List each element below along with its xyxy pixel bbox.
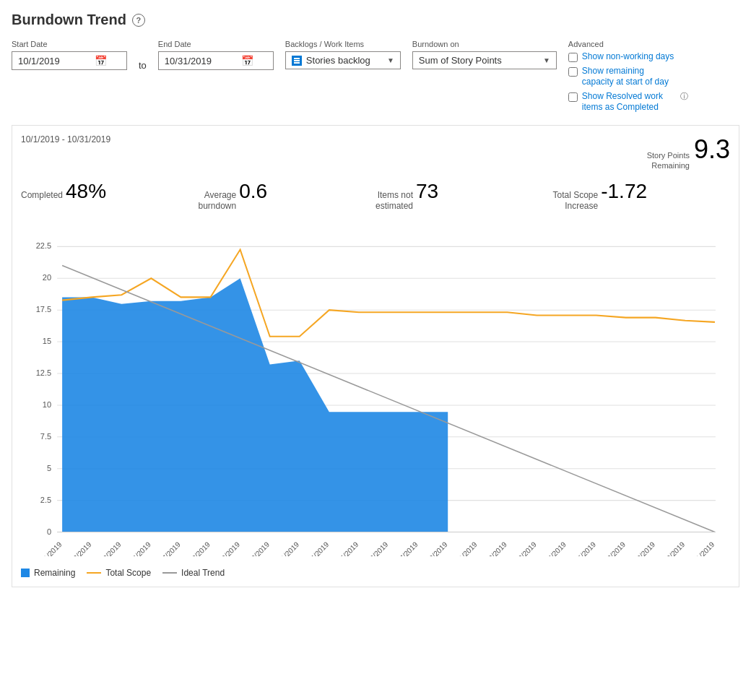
- backlogs-group: Backlogs / Work Items Stories backlog ▼: [285, 40, 401, 69]
- svg-text:10/2/2019: 10/2/2019: [65, 540, 93, 556]
- svg-text:10/21/2019: 10/21/2019: [448, 540, 479, 556]
- burndown-chevron-icon: ▼: [543, 56, 550, 64]
- end-date-input[interactable]: [165, 56, 237, 66]
- svg-text:10/23/2019: 10/23/2019: [507, 540, 538, 556]
- burndown-label: Burndown on: [412, 40, 557, 48]
- story-points-value: 9.3: [694, 134, 730, 165]
- controls-row: Start Date 📅 to End Date 📅 Backlogs / Wo…: [12, 40, 739, 113]
- svg-text:10/11/2019: 10/11/2019: [269, 540, 300, 556]
- burndown-value: Sum of Story Points: [419, 55, 539, 66]
- end-date-label: End Date: [158, 40, 274, 48]
- burndown-group: Burndown on Sum of Story Points ▼: [412, 40, 557, 69]
- metric-scope-increase-label: Total ScopeIncrease: [553, 190, 599, 212]
- svg-text:10/10/2019: 10/10/2019: [240, 540, 271, 556]
- svg-text:10/22/2019: 10/22/2019: [477, 540, 508, 556]
- metric-not-estimated-label: Items notestimated: [376, 190, 413, 212]
- svg-text:10/7/2019: 10/7/2019: [154, 540, 182, 556]
- legend-ideal-trend-label: Ideal Trend: [181, 568, 225, 578]
- metric-burndown-value: 0.6: [239, 180, 267, 203]
- checkbox-resolved-items-label[interactable]: Show Resolved work items as Completed: [582, 91, 676, 113]
- metric-completed-value: 48%: [66, 180, 106, 203]
- svg-text:10/4/2019: 10/4/2019: [124, 540, 152, 556]
- svg-text:10/1/2019: 10/1/2019: [35, 540, 63, 556]
- burndown-dropdown[interactable]: Sum of Story Points ▼: [412, 51, 557, 69]
- svg-text:22.5: 22.5: [36, 241, 51, 250]
- svg-text:10/28/2019: 10/28/2019: [596, 540, 627, 556]
- backlogs-dropdown[interactable]: Stories backlog ▼: [285, 51, 401, 69]
- checkbox-non-working-days: Show non-working days: [568, 51, 688, 63]
- end-date-calendar-icon[interactable]: 📅: [241, 55, 253, 66]
- checkbox-resolved-items: Show Resolved work items as Completed ⓘ: [568, 91, 688, 113]
- legend-ideal-trend: Ideal Trend: [162, 568, 225, 578]
- advanced-label: Advanced: [568, 40, 688, 48]
- start-date-input[interactable]: [18, 56, 90, 66]
- svg-text:10/14/2019: 10/14/2019: [299, 540, 330, 556]
- svg-text:17.5: 17.5: [36, 305, 51, 314]
- story-points-label: Story PointsRemaining: [647, 150, 690, 171]
- svg-text:10/31/2019: 10/31/2019: [685, 540, 716, 556]
- story-points-remaining: Story PointsRemaining 9.3: [647, 134, 730, 171]
- legend-remaining-label: Remaining: [34, 568, 75, 578]
- backlogs-label: Backlogs / Work Items: [285, 40, 401, 48]
- legend-remaining: Remaining: [21, 568, 75, 578]
- svg-text:10/24/2019: 10/24/2019: [537, 540, 568, 556]
- checkbox-non-working-days-label[interactable]: Show non-working days: [582, 51, 674, 63]
- end-date-wrapper[interactable]: 📅: [158, 51, 274, 70]
- svg-text:10/9/2019: 10/9/2019: [213, 540, 241, 556]
- svg-text:10/17/2019: 10/17/2019: [388, 540, 419, 556]
- svg-text:7.5: 7.5: [40, 431, 51, 440]
- end-date-group: End Date 📅: [158, 40, 274, 70]
- burndown-chart: 22.5 20 17.5 15 12.5 10 7.5 5 2.5 0 10/1…: [21, 224, 730, 556]
- page-title: Burndown Trend ?: [12, 12, 739, 28]
- svg-text:12.5: 12.5: [36, 368, 51, 377]
- legend-total-scope-label: Total Scope: [105, 568, 151, 578]
- svg-text:10/18/2019: 10/18/2019: [418, 540, 449, 556]
- checkbox-remaining-capacity: Show remaining capacity at start of day: [568, 66, 688, 88]
- checkbox-remaining-capacity-label[interactable]: Show remaining capacity at start of day: [582, 66, 676, 88]
- legend-total-scope-icon: [87, 572, 101, 574]
- checkbox-non-working-days-input[interactable]: [568, 53, 578, 62]
- date-range-text: 10/1/2019 - 10/31/2019: [21, 134, 110, 144]
- chart-legend: Remaining Total Scope Ideal Trend: [21, 562, 730, 578]
- start-date-calendar-icon[interactable]: 📅: [95, 55, 107, 66]
- svg-text:15: 15: [43, 337, 51, 345]
- svg-text:10/30/2019: 10/30/2019: [655, 540, 686, 556]
- metric-burndown: Averageburndown 0.6: [199, 180, 376, 212]
- svg-text:5: 5: [47, 463, 51, 472]
- to-separator: to: [139, 60, 147, 71]
- legend-ideal-trend-icon: [162, 572, 177, 574]
- svg-text:10/29/2019: 10/29/2019: [625, 540, 656, 556]
- start-date-label: Start Date: [12, 40, 127, 48]
- svg-text:20: 20: [43, 273, 51, 282]
- svg-text:10/15/2019: 10/15/2019: [329, 540, 360, 556]
- backlogs-value: Stories backlog: [306, 55, 383, 66]
- svg-text:10/25/2019: 10/25/2019: [566, 540, 597, 556]
- legend-total-scope: Total Scope: [87, 568, 151, 578]
- backlog-icon: [292, 56, 302, 66]
- resolved-info-icon[interactable]: ⓘ: [680, 91, 688, 102]
- info-icon[interactable]: ?: [132, 14, 145, 27]
- checkbox-resolved-items-input[interactable]: [568, 92, 578, 102]
- svg-text:10/3/2019: 10/3/2019: [95, 540, 123, 556]
- svg-rect-0: [294, 58, 300, 59]
- metric-completed-label: Completed: [21, 190, 63, 202]
- svg-rect-1: [294, 60, 300, 61]
- backlogs-chevron-icon: ▼: [387, 56, 394, 64]
- svg-text:10/16/2019: 10/16/2019: [358, 540, 389, 556]
- chart-header: 10/1/2019 - 10/31/2019 Story PointsRemai…: [21, 134, 730, 171]
- metric-completed: Completed 48%: [21, 180, 199, 203]
- svg-text:2.5: 2.5: [40, 495, 51, 504]
- metric-burndown-label: Averageburndown: [199, 190, 237, 212]
- svg-text:10/8/2019: 10/8/2019: [183, 540, 212, 556]
- start-date-group: Start Date 📅: [12, 40, 127, 70]
- svg-text:0: 0: [47, 527, 51, 535]
- metric-not-estimated: Items notestimated 73: [376, 180, 553, 212]
- metric-scope-increase: Total ScopeIncrease -1.72: [553, 180, 731, 212]
- svg-rect-2: [294, 62, 300, 64]
- svg-text:10: 10: [43, 400, 51, 409]
- advanced-group: Advanced Show non-working days Show rema…: [568, 40, 688, 113]
- checkbox-remaining-capacity-input[interactable]: [568, 67, 578, 77]
- chart-section: 10/1/2019 - 10/31/2019 Story PointsRemai…: [12, 125, 739, 587]
- start-date-wrapper[interactable]: 📅: [12, 51, 127, 70]
- metric-scope-increase-value: -1.72: [601, 180, 647, 203]
